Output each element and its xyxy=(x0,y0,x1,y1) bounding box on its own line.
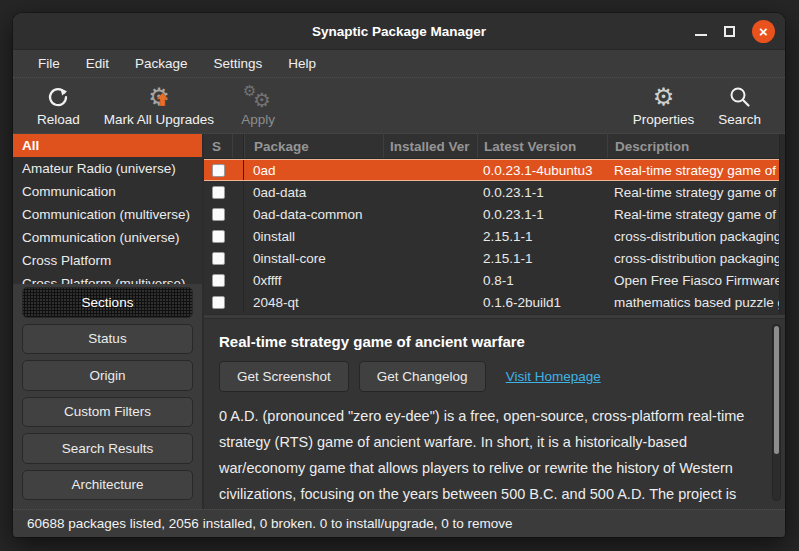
origin-button[interactable]: Origin xyxy=(22,360,193,391)
package-name: 0xffff xyxy=(244,273,383,288)
table-row[interactable]: 0install 2.15.1-1 cross-distribution pac… xyxy=(204,225,785,247)
row-icon-cell xyxy=(232,225,244,247)
search-button[interactable]: Search xyxy=(706,80,773,131)
reload-button[interactable]: Reload xyxy=(25,80,92,131)
menubar: File Edit Package Settings Help xyxy=(13,50,785,78)
row-icon-cell xyxy=(232,181,244,203)
row-checkbox-cell[interactable] xyxy=(204,230,232,243)
apply-button[interactable]: ⚙ ⚙ Apply xyxy=(226,80,290,131)
row-checkbox-cell[interactable] xyxy=(204,208,232,221)
search-icon xyxy=(728,84,752,110)
sidebar: All Amateur Radio (universe) Communicati… xyxy=(13,134,204,509)
details-scrollbar[interactable] xyxy=(772,324,781,501)
apply-label: Apply xyxy=(241,112,275,127)
package-checkbox[interactable] xyxy=(212,252,225,265)
table-row[interactable]: 0install-core 2.15.1-1 cross-distributio… xyxy=(204,247,785,269)
maximize-icon[interactable] xyxy=(724,26,735,37)
header-status[interactable]: S xyxy=(204,134,232,158)
row-checkbox-cell[interactable] xyxy=(204,252,232,265)
package-checkbox[interactable] xyxy=(212,186,225,199)
category-amateur-radio-universe[interactable]: Amateur Radio (universe) xyxy=(13,157,202,180)
package-checkbox[interactable] xyxy=(212,274,225,287)
status-button[interactable]: Status xyxy=(22,324,193,355)
mark-all-upgrades-icon: ⚙ xyxy=(148,84,170,110)
latest-version: 2.15.1-1 xyxy=(477,229,607,244)
details-pane: Real-time strategy game of ancient warfa… xyxy=(204,319,785,509)
row-icon-cell xyxy=(232,247,244,269)
package-name: 2048-qt xyxy=(244,295,383,310)
custom-filters-button[interactable]: Custom Filters xyxy=(22,397,193,428)
table-row[interactable]: 2048-qt 0.1.6-2build1 mathematics based … xyxy=(204,291,785,313)
package-name: 0install-core xyxy=(244,251,383,266)
latest-version: 0.0.23.1-1 xyxy=(477,207,607,222)
minimize-icon[interactable] xyxy=(695,34,707,36)
row-checkbox-cell[interactable] xyxy=(204,274,232,287)
get-changelog-button[interactable]: Get Changelog xyxy=(359,361,486,392)
properties-label: Properties xyxy=(633,112,695,127)
package-checkbox[interactable] xyxy=(212,296,225,309)
header-icon-column[interactable] xyxy=(232,134,244,158)
window-controls: × xyxy=(695,13,775,49)
package-checkbox[interactable] xyxy=(212,164,225,177)
details-title: Real-time strategy game of ancient warfa… xyxy=(219,333,759,350)
package-description: mathematics based puzzle game xyxy=(607,295,785,310)
package-checkbox[interactable] xyxy=(212,208,225,221)
close-icon[interactable]: × xyxy=(752,20,775,43)
package-name: 0ad xyxy=(244,163,383,178)
menu-settings[interactable]: Settings xyxy=(201,50,276,77)
category-communication-multiverse[interactable]: Communication (multiverse) xyxy=(13,203,202,226)
right-pane: S Package Installed Ver Latest Version D… xyxy=(204,134,785,509)
header-package[interactable]: Package xyxy=(244,134,383,158)
get-screenshot-button[interactable]: Get Screenshot xyxy=(219,361,349,392)
search-results-button[interactable]: Search Results xyxy=(22,433,193,464)
menu-package[interactable]: Package xyxy=(122,50,201,77)
header-description[interactable]: Description xyxy=(607,134,785,158)
package-name: 0install xyxy=(244,229,383,244)
package-name: 0ad-data xyxy=(244,185,383,200)
table-row[interactable]: 0ad 0.0.23.1-4ubuntu3 Real-time strategy… xyxy=(204,159,785,181)
sidebar-filter-buttons: Sections Status Origin Custom Filters Se… xyxy=(13,284,202,509)
main-area: All Amateur Radio (universe) Communicati… xyxy=(13,134,785,509)
mark-all-upgrades-button[interactable]: ⚙ Mark All Upgrades xyxy=(92,80,226,131)
menu-edit[interactable]: Edit xyxy=(73,50,122,77)
header-installed-version[interactable]: Installed Ver xyxy=(383,134,477,158)
apply-icon: ⚙ ⚙ xyxy=(243,84,273,110)
row-checkbox-cell[interactable] xyxy=(204,164,232,177)
table-scrollbar[interactable] xyxy=(779,134,785,314)
visit-homepage-link[interactable]: Visit Homepage xyxy=(506,369,601,384)
table-row[interactable]: 0ad-data 0.0.23.1-1 Real-time strategy g… xyxy=(204,181,785,203)
category-list[interactable]: All Amateur Radio (universe) Communicati… xyxy=(13,134,202,284)
category-communication-universe[interactable]: Communication (universe) xyxy=(13,226,202,249)
window-title: Synaptic Package Manager xyxy=(13,13,785,49)
menu-help[interactable]: Help xyxy=(275,50,329,77)
row-icon-cell xyxy=(232,291,244,313)
details-buttons-row: Get Screenshot Get Changelog Visit Homep… xyxy=(219,361,759,392)
category-all[interactable]: All xyxy=(13,134,202,157)
details-description: 0 A.D. (pronounced "zero ey-dee") is a f… xyxy=(219,403,759,509)
table-row[interactable]: 0xffff 0.8-1 Open Free Fiasco Firmware F… xyxy=(204,269,785,291)
package-table: S Package Installed Ver Latest Version D… xyxy=(204,134,785,314)
package-description: Real-time strategy game of ancient warfa… xyxy=(607,163,785,178)
category-communication[interactable]: Communication xyxy=(13,180,202,203)
table-row[interactable]: 0ad-data-common 0.0.23.1-1 Real-time str… xyxy=(204,203,785,225)
header-latest-version[interactable]: Latest Version xyxy=(477,134,607,158)
category-cross-platform-multiverse[interactable]: Cross Platform (multiverse) xyxy=(13,272,202,284)
latest-version: 0.1.6-2build1 xyxy=(477,295,607,310)
table-header-row: S Package Installed Ver Latest Version D… xyxy=(204,134,785,159)
sections-button[interactable]: Sections xyxy=(22,287,193,318)
row-icon-cell xyxy=(232,269,244,291)
package-description: Real-time strategy game of ancient warfa… xyxy=(607,207,785,222)
package-description: Open Free Fiasco Firmware Flasher xyxy=(607,273,785,288)
toolbar: Reload ⚙ Mark All Upgrades ⚙ xyxy=(13,78,785,134)
package-checkbox[interactable] xyxy=(212,230,225,243)
architecture-button[interactable]: Architecture xyxy=(22,470,193,501)
reload-icon xyxy=(46,84,70,110)
mark-all-upgrades-label: Mark All Upgrades xyxy=(104,112,214,127)
menu-file[interactable]: File xyxy=(25,50,73,77)
properties-button[interactable]: ⚙ Properties xyxy=(621,80,707,131)
category-cross-platform[interactable]: Cross Platform xyxy=(13,249,202,272)
row-checkbox-cell[interactable] xyxy=(204,296,232,309)
titlebar[interactable]: Synaptic Package Manager × xyxy=(13,13,785,50)
details-scrollbar-thumb[interactable] xyxy=(774,326,779,454)
row-checkbox-cell[interactable] xyxy=(204,186,232,199)
